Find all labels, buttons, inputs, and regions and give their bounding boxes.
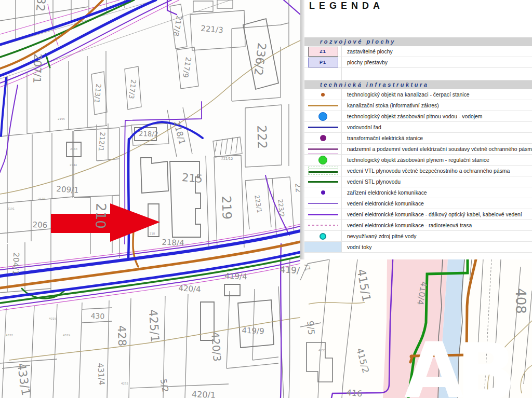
cadastral-map-detail-svg: A B xyxy=(300,259,532,398)
legend-symbol-cell xyxy=(304,176,342,187)
legend-row: nadzemní a podzemní vedení elektrizační … xyxy=(304,144,532,155)
legend-row: vedení elektronické komunikace xyxy=(304,198,532,209)
legend-row: vedení VTL plynovodu včetně bezpečnostní… xyxy=(304,166,532,176)
legend-spacer-cell xyxy=(304,68,342,80)
band-electric-symbol xyxy=(308,145,338,154)
line-telecom-symbol xyxy=(308,203,338,204)
area-p1-symbol: P1 xyxy=(308,58,338,67)
legend-row: vedení STL plynovodu xyxy=(304,176,532,187)
cadastral-map-detail: A B 415/1410/44089/5415/2416/14153 xyxy=(300,259,532,398)
legend-row: technologický objekt zásobování plynem -… xyxy=(304,155,532,166)
legend-symbol-cell xyxy=(304,89,342,100)
legend-row: kanalizační stoka (informativní zákres) xyxy=(304,100,532,111)
screenshot-root: 82207/1213/1217/3217/8221/3217/9236/2222… xyxy=(0,0,532,398)
sewer-lines xyxy=(0,0,300,288)
legend-symbol-cell xyxy=(304,166,342,176)
legend-label: technologický objekt na kanalizaci - čer… xyxy=(342,92,532,98)
legend-label: kanalizační stoka (informativní zákres) xyxy=(342,103,532,108)
legend-label: vedení elektronické komunikace - radiore… xyxy=(342,223,532,228)
legend-row: vedení elektronické komunikace - radiore… xyxy=(304,220,532,231)
legend-symbol-cell: Z1 xyxy=(304,46,342,57)
legend-label: vedení elektronické komunikace - dálkový… xyxy=(342,212,532,217)
cadastral-map-svg xyxy=(0,0,300,398)
legend-label: zastavitelné plochy xyxy=(342,49,532,54)
legend-label: vodovodní řad xyxy=(342,125,532,130)
legend-symbol-cell xyxy=(304,187,342,198)
legend-symbol-cell xyxy=(304,242,342,252)
legend-symbol-cell xyxy=(304,198,342,209)
page-edge-shadow xyxy=(300,0,304,259)
dash-radio-symbol xyxy=(308,225,338,226)
legend-symbol-cell xyxy=(304,100,342,111)
legend-symbol-cell xyxy=(304,133,342,143)
legend-label: transformační elektrická stanice xyxy=(342,135,532,141)
buildings xyxy=(66,19,278,348)
telecom-lines-detail xyxy=(331,259,393,398)
fill-water-symbol xyxy=(304,242,341,252)
line-telecom-thick-symbol xyxy=(308,214,338,215)
legend-label: vedení VTL plynovodu včetně bezpečnostní… xyxy=(342,168,532,174)
dot-transformer-symbol xyxy=(320,135,326,141)
band-gas-symbol xyxy=(308,167,338,175)
legend-row: P1plochy přestavby xyxy=(304,57,532,68)
dot-spring-symbol xyxy=(320,233,326,240)
legend-symbol-cell xyxy=(304,122,342,132)
legend-spacer xyxy=(304,68,532,80)
dot-gas-symbol xyxy=(318,156,327,164)
watermark-letter: B xyxy=(456,326,516,398)
legend-symbol-cell xyxy=(304,144,342,154)
legend-row: vedení elektronické komunikace - dálkový… xyxy=(304,209,532,220)
legend-label: vedení STL plynovodu xyxy=(342,179,532,185)
legend-panel: LEGENDA rozvojové plochyZ1zastavitelné p… xyxy=(300,0,532,259)
line-sewer-symbol xyxy=(308,105,338,106)
cadastral-map-main: 82207/1213/1217/3217/8221/3217/9236/2222… xyxy=(0,0,300,398)
building-hatching xyxy=(215,137,238,155)
legend-row: technologický objekt zásobování pitnou v… xyxy=(304,111,532,122)
legend-row: Z1zastavitelné plochy xyxy=(304,46,532,57)
line-water-symbol xyxy=(308,127,338,128)
legend-label: vedení elektronické komunikace xyxy=(342,201,532,207)
legend-label: technologický objekt zásobování plynem -… xyxy=(342,157,532,163)
legend-row: transformační elektrická stanice xyxy=(304,133,532,144)
legend-symbol-cell xyxy=(304,231,342,241)
legend-label: technologický objekt zásobování pitnou v… xyxy=(342,114,532,119)
legend-sections: rozvojové plochyZ1zastavitelné plochyP1p… xyxy=(304,37,532,253)
legend-symbol-cell xyxy=(304,220,342,230)
area-z1-symbol: Z1 xyxy=(308,47,338,57)
dot-water-symbol xyxy=(318,112,327,121)
line-gas-symbol xyxy=(308,181,338,183)
legend-row: vodovodní řad xyxy=(304,122,532,133)
legend-label: nadzemní a podzemní vedení elektrizační … xyxy=(342,146,532,152)
legend-section-title: rozvojové plochy xyxy=(304,37,532,46)
legend-label: zařízení elektronické komunikace xyxy=(342,190,532,196)
legend-row: vodní toky xyxy=(304,242,532,253)
watermark-letter: A xyxy=(404,326,464,398)
legend-section-title: technická infrastruktura xyxy=(304,80,532,89)
legend-label: nevyužívaný zdroj pitné vody xyxy=(342,234,532,239)
legend-row: zařízení elektronické komunikace xyxy=(304,187,532,198)
legend-symbol-cell xyxy=(304,155,342,165)
legend-row: nevyužívaný zdroj pitné vody xyxy=(304,231,532,242)
legend-label: plochy přestavby xyxy=(342,60,532,65)
legend-symbol-cell: P1 xyxy=(304,57,342,67)
legend-title: LEGENDA xyxy=(309,1,384,11)
legend-symbol-cell xyxy=(304,209,342,219)
red-arrow-annotation xyxy=(51,203,160,242)
dot-telecom-symbol xyxy=(321,190,325,195)
legend-row: technologický objekt na kanalizaci - čer… xyxy=(304,89,532,100)
legend-symbol-cell xyxy=(304,111,342,121)
dot-sewer-symbol xyxy=(321,93,325,97)
legend-label: vodní toky xyxy=(342,244,532,250)
watermark: A B xyxy=(404,326,516,398)
water-lines xyxy=(0,0,300,298)
